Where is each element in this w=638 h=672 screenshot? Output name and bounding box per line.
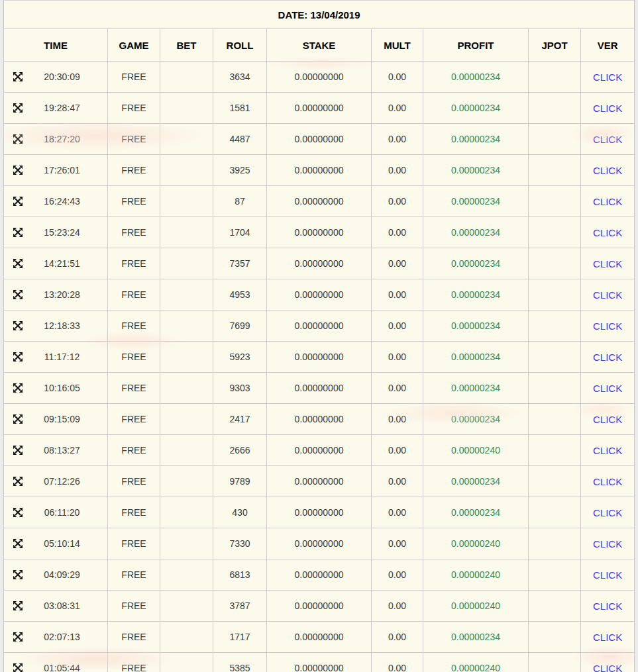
cell-jpot [529, 124, 581, 155]
table-row: 20:30:09 FREE 3634 0.00000000 0.00 0.000… [4, 62, 635, 93]
expand-arrows-icon[interactable] [13, 632, 23, 642]
expand-arrows-icon[interactable] [13, 538, 23, 549]
expand-arrows-icon[interactable] [13, 196, 23, 207]
cell-roll: 1704 [213, 217, 267, 248]
cell-mult: 0.00 [372, 404, 423, 435]
expand-arrows-icon[interactable] [13, 289, 23, 300]
cell-jpot [529, 435, 581, 466]
verify-link[interactable]: CLICK [593, 289, 622, 301]
cell-mult: 0.00 [372, 155, 423, 186]
cell-stake: 0.00000000 [267, 248, 372, 279]
cell-ver: CLICK [581, 466, 635, 497]
cell-stake: 0.00000000 [267, 342, 372, 373]
expand-arrows-icon[interactable] [13, 600, 23, 611]
verify-link[interactable]: CLICK [593, 72, 622, 83]
verify-link[interactable]: CLICK [593, 320, 622, 332]
cell-profit: 0.00000234 [423, 311, 529, 342]
cell-mult: 0.00 [372, 373, 423, 404]
cell-jpot [529, 217, 581, 248]
verify-link[interactable]: CLICK [593, 632, 622, 643]
expand-arrows-icon[interactable] [13, 165, 23, 175]
cell-time: 14:21:51 [4, 248, 108, 279]
expand-arrows-icon[interactable] [13, 445, 23, 456]
verify-link[interactable]: CLICK [593, 258, 622, 269]
cell-bet [160, 466, 213, 497]
expand-arrows-icon[interactable] [13, 476, 23, 487]
cell-roll: 3925 [213, 155, 267, 186]
verify-link[interactable]: CLICK [593, 165, 622, 176]
verify-link[interactable]: CLICK [593, 538, 622, 550]
cell-stake: 0.00000000 [267, 559, 372, 591]
cell-ver: CLICK [581, 248, 635, 279]
table-row: 05:10:14 FREE 7330 0.00000000 0.00 0.000… [4, 528, 635, 559]
verify-link[interactable]: CLICK [593, 569, 622, 581]
cell-profit: 0.00000234 [423, 248, 529, 279]
cell-stake: 0.00000000 [267, 528, 372, 559]
table-head: DATE: 13/04/2019 TIME GAME BET ROLL STAK… [4, 1, 635, 62]
cell-jpot [529, 93, 581, 124]
expand-arrows-icon[interactable] [13, 663, 23, 672]
cell-ver: CLICK [581, 435, 635, 466]
cell-time: 11:17:12 [4, 342, 108, 373]
cell-roll: 3634 [213, 62, 267, 93]
verify-link[interactable]: CLICK [593, 476, 622, 487]
cell-stake: 0.00000000 [267, 217, 372, 248]
column-header-profit: PROFIT [423, 29, 529, 62]
table-row: 14:21:51 FREE 7357 0.00000000 0.00 0.000… [4, 248, 635, 279]
cell-ver: CLICK [581, 497, 635, 528]
cell-ver: CLICK [581, 559, 635, 591]
expand-arrows-icon[interactable] [13, 383, 23, 393]
expand-arrows-icon[interactable] [13, 320, 23, 331]
cell-bet [160, 497, 213, 528]
cell-ver: CLICK [581, 311, 635, 342]
verify-link[interactable]: CLICK [593, 196, 622, 207]
cell-roll: 9303 [213, 373, 267, 404]
cell-time: 17:26:01 [4, 155, 108, 186]
expand-arrows-icon[interactable] [13, 414, 23, 424]
verify-link[interactable]: CLICK [593, 445, 622, 456]
cell-mult: 0.00 [372, 622, 423, 653]
column-header-stake: STAKE [267, 29, 372, 62]
cell-ver: CLICK [581, 155, 635, 186]
cell-game: FREE [108, 186, 160, 217]
expand-arrows-icon[interactable] [13, 72, 23, 82]
cell-time: 08:13:27 [4, 435, 108, 466]
cell-jpot [529, 62, 581, 93]
verify-link[interactable]: CLICK [593, 134, 622, 145]
verify-link[interactable]: CLICK [593, 227, 622, 238]
cell-game: FREE [108, 248, 160, 279]
table-row: 09:15:09 FREE 2417 0.00000000 0.00 0.000… [4, 404, 635, 435]
cell-bet [160, 124, 213, 155]
cell-stake: 0.00000000 [267, 373, 372, 404]
expand-arrows-icon[interactable] [13, 352, 23, 362]
verify-link[interactable]: CLICK [593, 507, 622, 518]
time-value: 15:23:24 [44, 227, 80, 238]
column-header-ver: VER [581, 29, 635, 62]
cell-stake: 0.00000000 [267, 311, 372, 342]
column-header-bet: BET [160, 29, 213, 62]
cell-stake: 0.00000000 [267, 62, 372, 93]
cell-mult: 0.00 [372, 311, 423, 342]
cell-roll: 4487 [213, 124, 267, 155]
cell-jpot [529, 311, 581, 342]
verify-link[interactable]: CLICK [593, 103, 622, 114]
verify-link[interactable]: CLICK [593, 352, 622, 363]
expand-arrows-icon[interactable] [13, 507, 23, 518]
expand-arrows-icon[interactable] [13, 227, 23, 238]
verify-link[interactable]: CLICK [593, 600, 622, 612]
expand-arrows-icon[interactable] [13, 569, 23, 580]
cell-ver: CLICK [581, 373, 635, 404]
expand-arrows-icon[interactable] [13, 103, 23, 113]
table-row: 01:05:44 FREE 5385 0.00000000 0.00 0.000… [4, 653, 635, 672]
cell-time: 18:27:20 [4, 124, 108, 155]
cell-game: FREE [108, 404, 160, 435]
time-value: 06:11:20 [44, 507, 80, 518]
cell-jpot [529, 559, 581, 591]
page: DATE: 13/04/2019 TIME GAME BET ROLL STAK… [0, 0, 638, 672]
expand-arrows-icon[interactable] [13, 134, 23, 144]
verify-link[interactable]: CLICK [593, 383, 622, 394]
verify-link[interactable]: CLICK [593, 414, 622, 425]
expand-arrows-icon[interactable] [13, 258, 23, 269]
cell-ver: CLICK [581, 186, 635, 217]
verify-link[interactable]: CLICK [593, 663, 622, 672]
